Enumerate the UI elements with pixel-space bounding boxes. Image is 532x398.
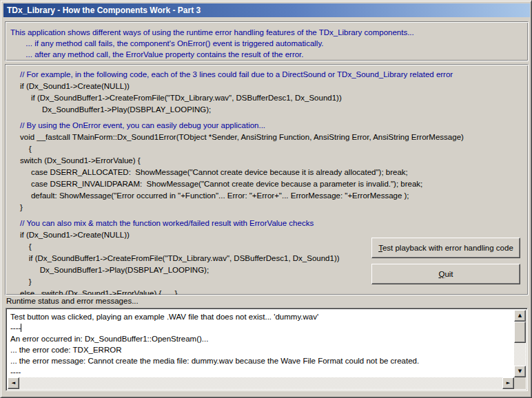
code-comment-line: // You can also mix & match the function… <box>20 218 528 229</box>
intro-line: ... if any method call fails, the compon… <box>10 38 528 49</box>
code-line: if (Dx_SoundBuffer1->CreateFromFile("TDx… <box>20 92 528 104</box>
window-title: TDx_Library - How the Components Work - … <box>7 6 201 15</box>
intro-line: This application shows different ways of… <box>10 27 528 38</box>
code-line: Dx_SoundBuffer1->Play(DSBPLAY_LOOPING); <box>20 104 528 116</box>
log-line: ... the error code: TDX_ERROR <box>10 344 514 355</box>
code-line: case DSERR_INVALIDPARAM: ShowMessage("Ca… <box>20 178 528 190</box>
code-line: } <box>20 202 528 213</box>
title-bar[interactable]: TDx_Library - How the Components Work - … <box>3 3 530 17</box>
status-section-label: Runtime status and error messages... <box>6 297 139 305</box>
code-line: void __fastcall TMainForm::Dx_Sound1Erro… <box>20 132 528 143</box>
test-playback-button[interactable]: Test playback with error handling code <box>371 238 520 258</box>
vertical-scrollbar[interactable]: ▲ ▼ <box>514 310 526 377</box>
vertical-scroll-thumb[interactable] <box>514 322 526 343</box>
quit-button-label: uit <box>444 270 453 278</box>
status-log-memo[interactable]: Test button was clicked, playing an exam… <box>6 308 528 391</box>
log-line: ... the error message: Cannot create the… <box>10 355 514 366</box>
scroll-up-icon: ▲ <box>518 313 522 318</box>
code-line: { <box>20 143 528 155</box>
code-line: case DSERR_ALLOCATED: ShowMessage("Canno… <box>20 167 528 178</box>
intro-panel: This application shows different ways of… <box>5 21 529 61</box>
scroll-left-icon: ◄ <box>12 381 15 386</box>
text-caret <box>21 324 21 332</box>
scroll-up-button[interactable]: ▲ <box>514 310 526 322</box>
log-line: ---- <box>10 322 514 333</box>
code-line: else switch (Dx_Sound1->ErrorValue) { ..… <box>20 288 528 295</box>
log-line: An error occurred in: Dx_SoundBuffer1::O… <box>10 333 514 344</box>
scroll-right-icon: ► <box>507 381 510 386</box>
scrollbar-corner <box>514 377 526 389</box>
intro-line: ... after any method call, the ErrorValu… <box>10 49 528 60</box>
log-line: ---- <box>10 366 514 377</box>
code-panel: // For example, in the following code, e… <box>5 64 529 295</box>
scroll-down-button[interactable]: ▼ <box>514 366 526 377</box>
code-comment-line: // By using the OnError event, you can e… <box>20 120 528 132</box>
test-button-label: est playback with error handling code <box>382 244 513 252</box>
app-window: TDx_Library - How the Components Work - … <box>0 0 532 398</box>
code-line: default: ShowMessage("Error occurred in … <box>20 190 528 202</box>
code-line: switch (Dx_Sound1->ErrorValue) { <box>20 155 528 167</box>
code-comment-line: // For example, in the following code, e… <box>20 69 528 81</box>
status-log-text-area[interactable]: Test button was clicked, playing an exam… <box>8 310 514 377</box>
scroll-right-button[interactable]: ► <box>502 377 514 389</box>
horizontal-scrollbar[interactable]: ◄ ► <box>8 377 514 389</box>
scroll-left-button[interactable]: ◄ <box>8 377 19 389</box>
scroll-down-icon: ▼ <box>518 369 522 374</box>
quit-button[interactable]: Quit <box>371 264 520 284</box>
log-line: Test button was clicked, playing an exam… <box>10 311 514 322</box>
code-line: if (Dx_Sound1->Create(NULL)) <box>20 81 528 92</box>
